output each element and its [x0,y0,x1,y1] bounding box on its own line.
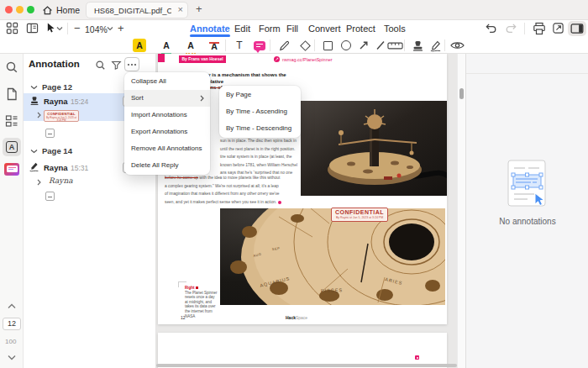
new-tab-button[interactable]: + [196,3,202,15]
traffic-light-zoom[interactable] [27,6,34,13]
stamp-annotation-icon [29,96,39,106]
group-page12-label[interactable]: Page 12 [42,82,72,92]
magazine-brand: HackSpace [286,315,307,320]
menu-item-remove-all-annotations[interactable]: Remove All Annotations [124,140,210,157]
traffic-light-minimize[interactable] [16,6,24,13]
page-down-button[interactable] [8,355,16,360]
stamp-tool[interactable] [409,37,426,54]
menu-annotate[interactable]: Annotate [190,24,230,34]
navigation-rail: A 12 100 [0,54,24,368]
menu-item-export-annotations[interactable]: Export Annotations [124,124,210,140]
undo-button[interactable] [485,23,497,34]
select-tool-button[interactable] [46,22,55,34]
reply-expand-chevron[interactable] [37,112,41,118]
orrery-photo [301,101,447,196]
page-thumbnails-icon[interactable] [5,87,18,101]
confidential-stamp-annotation[interactable]: CONFIDENTIAL By Rayna at Jun 5, 2023 at … [331,208,388,222]
menu-edit[interactable]: Edit [234,24,250,34]
zoom-out-button[interactable]: − [74,22,81,34]
eye-icon[interactable] [449,37,465,54]
home-tab[interactable]: Home [42,3,80,17]
doc-byline: By Frans van Hoesel [179,55,226,63]
zoom-level[interactable]: 104% [85,24,108,34]
menu-form[interactable]: Form [259,24,281,34]
outline-icon[interactable] [5,114,18,128]
ellipse-tool[interactable] [338,37,354,54]
traffic-light-close[interactable] [5,6,13,13]
panel-search-icon[interactable] [95,60,106,71]
pencil-tool[interactable] [276,37,292,54]
signature-tool[interactable] [427,37,444,54]
vertical-scroll-thumb[interactable] [459,88,464,99]
underline-tool[interactable]: A [158,37,175,54]
pdf-page-13[interactable] [158,333,447,368]
squiggly-underline-tool[interactable]: A [182,37,199,54]
submenu-item-by-page[interactable]: By Page [219,87,301,103]
arrow-tool[interactable] [355,37,372,54]
text-tool[interactable]: T [231,37,248,54]
vertical-scroll-track[interactable] [457,54,465,368]
group-page14-label[interactable]: Page 14 [42,146,72,155]
signature-preview[interactable]: Rayna [49,176,73,185]
annotation-panel-icon-selected[interactable]: A [3,138,21,156]
link-icon [274,56,280,62]
main-toolbar: − 104% + Annotate Edit Form Fill Convert… [0,20,588,37]
menu-convert[interactable]: Convert [308,24,341,34]
horizontal-scrollbar[interactable] [156,364,457,367]
submenu-chevron-icon [200,95,204,102]
thumbnail-view-button[interactable] [6,22,18,34]
stamp-preview[interactable]: CONFIDENTIAL By Rayna at Jun 5, 2023 at … [44,110,79,122]
strikethrough-tool[interactable]: A [206,37,223,54]
annotation-author: Rayna [44,163,68,172]
submenu-item-by-time-ascending[interactable]: By Time - Ascending [219,103,301,120]
menu-fill[interactable]: Fill [286,24,298,34]
group-collapse-chevron[interactable] [30,149,38,154]
ai-tools-icon[interactable] [4,163,19,176]
page-folio-number: 12 [181,315,186,320]
menu-item-collapse-all[interactable]: Collapse All [124,73,210,90]
collapse-replies-button[interactable] [45,192,55,201]
titlebar: Home HS68_DIGITAL.pdf_Copy × + [0,0,588,20]
select-tool-chevron-icon[interactable] [56,26,63,31]
print-button[interactable] [533,22,546,35]
annotation-options-menu: Collapse All Sort Import Annotations Exp… [124,72,210,175]
more-options-button[interactable] [124,57,139,71]
panel-title: Annotation [29,59,80,69]
menu-protect[interactable]: Protect [346,24,375,34]
zoom-chevron-icon[interactable] [107,26,113,31]
collapse-replies-button[interactable] [45,129,55,138]
page-total: 100 [5,338,16,345]
search-icon[interactable] [5,60,18,74]
panel-toggle-button[interactable] [568,21,586,36]
highlight-tool[interactable]: A [131,37,148,54]
filter-icon[interactable] [111,60,122,71]
signature-annotation-icon [29,161,39,172]
group-collapse-chevron[interactable] [30,85,38,90]
annotation-time: 15:24 [71,97,88,106]
doc-link[interactable]: nsmag.cc/PlanetSpinner [282,57,333,62]
svg-text:PISCES: PISCES [321,287,343,293]
menu-item-delete-all-reply[interactable]: Delete All Reply [124,157,210,174]
comment-tool[interactable] [251,37,268,54]
annotate-tools-bar: A A A A T [0,37,588,54]
share-button[interactable] [552,22,564,34]
measure-tool[interactable] [386,37,403,54]
home-label: Home [56,5,80,15]
properties-panel: No annotations [465,54,588,368]
zoom-in-button[interactable]: + [118,22,124,34]
rectangle-tool[interactable] [319,37,336,54]
menu-item-import-annotations[interactable]: Import Annotations [124,107,210,124]
page-layout-button[interactable] [26,22,39,34]
tab-close-icon[interactable]: × [178,4,183,14]
redo-button[interactable] [505,23,517,34]
submenu-item-by-time-descending[interactable]: By Time - Descending [219,120,301,137]
page-up-button[interactable] [8,303,16,309]
reply-expand-chevron[interactable] [37,179,41,186]
no-annotations-label: No annotations [466,217,588,226]
article-end-icon [278,201,281,204]
menu-tools[interactable]: Tools [384,24,406,34]
document-tab[interactable]: HS68_DIGITAL.pdf_Copy × [86,2,188,18]
page-number-input[interactable]: 12 [3,318,21,330]
eraser-tool[interactable] [297,37,313,54]
menu-item-sort[interactable]: Sort [124,90,210,107]
